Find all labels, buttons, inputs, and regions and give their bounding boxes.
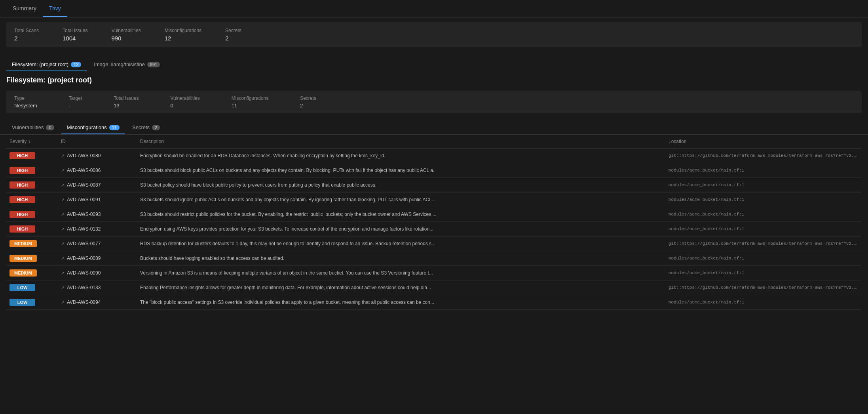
sub-tab-secrets-badge: 2: [152, 125, 160, 130]
section-title: Filesystem: (project root): [0, 71, 868, 88]
tab-image[interactable]: Image: liamg/thisisfine 991: [88, 58, 165, 71]
id-cell: ↗ AVD-AWS-0080: [61, 153, 140, 158]
id-value[interactable]: AVD-AWS-0086: [67, 168, 101, 173]
info-vulnerabilities-value: 0: [171, 103, 200, 109]
severity-badge: MEDIUM: [9, 269, 37, 277]
info-secrets-value: 2: [300, 103, 316, 109]
severity-cell: HIGH: [9, 152, 61, 159]
description-cell: Encryption should be enabled for an RDS …: [140, 153, 669, 158]
stat-total-scans-value: 2: [14, 35, 39, 42]
section-tabs: Filesystem: (project root) 13 Image: lia…: [0, 52, 868, 71]
info-target: Target -: [69, 95, 82, 109]
location-cell: modules/acme_bucket/main.tf:1: [669, 197, 859, 202]
id-value[interactable]: AVD-AWS-0080: [67, 153, 101, 158]
table-row[interactable]: HIGH ↗ AVD-AWS-0091 S3 buckets should ig…: [6, 193, 862, 207]
info-total-issues-value: 13: [114, 103, 139, 109]
location-cell: modules/acme_bucket/main.tf:1: [669, 183, 859, 187]
sub-tab-vulnerabilities[interactable]: Vulnerabilities 0: [6, 121, 60, 134]
stat-total-scans: Total Scans 2: [14, 28, 39, 42]
tab-trivy[interactable]: Trivy: [43, 0, 67, 17]
col-header-id: ID: [61, 139, 140, 144]
stat-misconfigurations: Misconfigurations 12: [165, 28, 201, 42]
table-row[interactable]: HIGH ↗ AVD-AWS-0132 Encryption using AWS…: [6, 222, 862, 237]
info-misconfigurations-label: Misconfigurations: [232, 95, 268, 101]
table-row[interactable]: HIGH ↗ AVD-AWS-0086 S3 buckets should bl…: [6, 163, 862, 178]
location-cell: git::https://github.com/terraform-aws-mo…: [669, 285, 859, 290]
sub-tab-misconfigurations[interactable]: Misconfigurations 11: [61, 121, 125, 134]
table-row[interactable]: HIGH ↗ AVD-AWS-0093 S3 buckets should re…: [6, 207, 862, 222]
severity-badge: HIGH: [9, 167, 35, 174]
stat-total-scans-label: Total Scans: [14, 28, 39, 33]
tab-filesystem[interactable]: Filesystem: (project root) 13: [6, 58, 87, 71]
severity-badge: LOW: [9, 299, 35, 306]
findings-table: Severity ↓ ID Description Location HIGH …: [0, 135, 868, 310]
severity-badge: HIGH: [9, 196, 35, 203]
id-value[interactable]: AVD-AWS-0077: [67, 241, 101, 246]
location-cell: modules/acme_bucket/main.tf:1: [669, 212, 859, 217]
stat-total-issues-value: 1004: [63, 35, 87, 42]
id-value[interactable]: AVD-AWS-0133: [67, 285, 101, 290]
id-cell: ↗ AVD-AWS-0093: [61, 212, 140, 217]
severity-cell: HIGH: [9, 211, 61, 218]
table-row[interactable]: HIGH ↗ AVD-AWS-0080 Encryption should be…: [6, 149, 862, 163]
table-row[interactable]: MEDIUM ↗ AVD-AWS-0090 Versioning in Amaz…: [6, 266, 862, 280]
stat-misconfigurations-label: Misconfigurations: [165, 28, 201, 33]
description-cell: S3 buckets should block public ACLs on b…: [140, 168, 669, 173]
info-secrets-label: Secrets: [300, 95, 316, 101]
id-value[interactable]: AVD-AWS-0089: [67, 256, 101, 261]
sub-tab-secrets-label: Secrets: [132, 124, 150, 130]
table-row[interactable]: MEDIUM ↗ AVD-AWS-0089 Buckets should hav…: [6, 251, 862, 266]
info-total-issues: Total Issues 13: [114, 95, 139, 109]
severity-badge: HIGH: [9, 211, 35, 218]
severity-cell: HIGH: [9, 167, 61, 174]
stat-total-issues-label: Total Issues: [63, 28, 87, 33]
stat-secrets-label: Secrets: [225, 28, 241, 33]
description-cell: Encryption using AWS keys provides prote…: [140, 226, 669, 232]
sub-tabs: Vulnerabilities 0 Misconfigurations 11 S…: [0, 116, 868, 135]
id-value[interactable]: AVD-AWS-0087: [67, 182, 101, 188]
table-row[interactable]: LOW ↗ AVD-AWS-0133 Enabling Performance …: [6, 280, 862, 295]
severity-cell: HIGH: [9, 181, 61, 189]
description-cell: S3 buckets should restrict public polici…: [140, 212, 669, 217]
sort-icon[interactable]: ↓: [28, 139, 30, 144]
id-value[interactable]: AVD-AWS-0094: [67, 300, 101, 305]
description-cell: The "block public access" settings in S3…: [140, 300, 669, 305]
severity-badge: HIGH: [9, 225, 35, 233]
id-value[interactable]: AVD-AWS-0132: [67, 226, 101, 232]
id-value[interactable]: AVD-AWS-0091: [67, 197, 101, 202]
stat-secrets-value: 2: [225, 35, 241, 42]
stat-secrets: Secrets 2: [225, 28, 241, 42]
id-cell: ↗ AVD-AWS-0091: [61, 197, 140, 202]
sub-tab-secrets[interactable]: Secrets 2: [127, 121, 165, 134]
findings-rows: HIGH ↗ AVD-AWS-0080 Encryption should be…: [6, 149, 862, 310]
table-row[interactable]: MEDIUM ↗ AVD-AWS-0077 RDS backup retenti…: [6, 237, 862, 251]
severity-badge: HIGH: [9, 152, 35, 159]
description-cell: S3 bucket policy should have block publi…: [140, 182, 669, 188]
sub-tab-vulnerabilities-badge: 0: [46, 125, 54, 130]
severity-badge: HIGH: [9, 181, 35, 189]
id-cell: ↗ AVD-AWS-0087: [61, 182, 140, 188]
stats-bar: Total Scans 2 Total Issues 1004 Vulnerab…: [6, 22, 862, 47]
table-row[interactable]: LOW ↗ AVD-AWS-0094 The "block public acc…: [6, 295, 862, 310]
id-cell: ↗ AVD-AWS-0077: [61, 241, 140, 246]
info-target-value: -: [69, 103, 82, 109]
description-cell: Versioning in Amazon S3 is a means of ke…: [140, 270, 669, 276]
id-cell: ↗ AVD-AWS-0086: [61, 168, 140, 173]
tab-summary[interactable]: Summary: [6, 0, 43, 17]
severity-cell: MEDIUM: [9, 269, 61, 277]
severity-cell: LOW: [9, 299, 61, 306]
findings-header: Severity ↓ ID Description Location: [6, 135, 862, 149]
col-severity-label: Severity: [9, 139, 27, 144]
stat-vulnerabilities-label: Vulnerabilities: [111, 28, 141, 33]
col-description-label: Description: [140, 139, 164, 144]
severity-cell: HIGH: [9, 225, 61, 233]
id-cell: ↗ AVD-AWS-0133: [61, 285, 140, 290]
col-header-description: Description: [140, 139, 669, 144]
stat-vulnerabilities: Vulnerabilities 990: [111, 28, 141, 42]
info-misconfigurations: Misconfigurations 11: [232, 95, 268, 109]
table-row[interactable]: HIGH ↗ AVD-AWS-0087 S3 bucket policy sho…: [6, 178, 862, 193]
id-value[interactable]: AVD-AWS-0093: [67, 212, 101, 217]
external-link-icon: ↗: [61, 256, 65, 261]
location-cell: modules/acme_bucket/main.tf:1: [669, 227, 859, 231]
id-value[interactable]: AVD-AWS-0090: [67, 270, 101, 276]
